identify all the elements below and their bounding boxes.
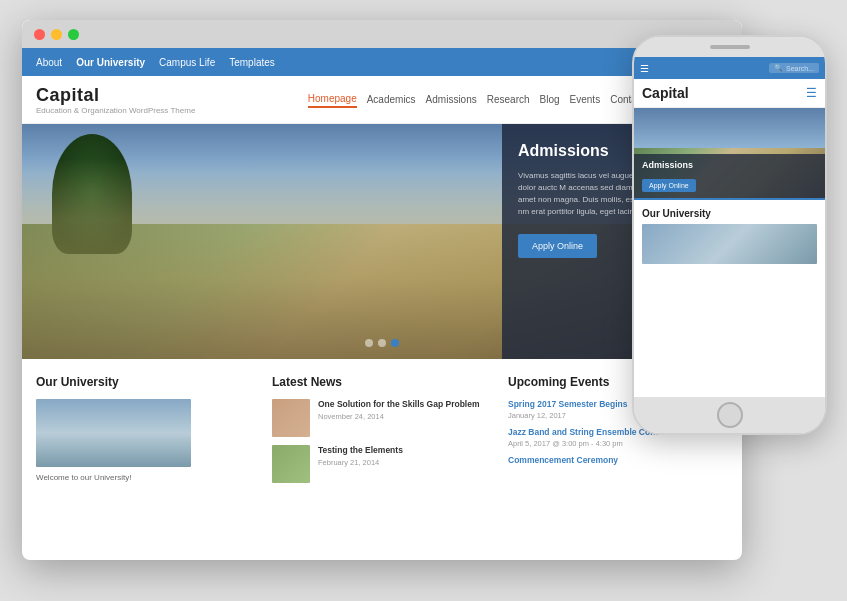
latest-news-title: Latest News — [272, 375, 492, 389]
phone-speaker — [710, 45, 750, 49]
our-university-title: Our University — [36, 375, 256, 389]
phone-screen: ☰ 🔍 Search... Capital ☰ Admissions Apply… — [634, 57, 825, 397]
phone-hero: Admissions Apply Online — [634, 108, 825, 198]
phone-home-button[interactable] — [717, 402, 743, 428]
phone-admissions-overlay: Admissions Apply Online — [634, 154, 825, 198]
news-title-1[interactable]: One Solution for the Skills Gap Problem — [318, 399, 480, 410]
news-item-1: One Solution for the Skills Gap Problem … — [272, 399, 492, 437]
phone-search-icon: 🔍 — [774, 64, 783, 72]
news-thumb-1 — [272, 399, 310, 437]
browser-dot-yellow[interactable] — [51, 29, 62, 40]
phone-admissions-title: Admissions — [642, 160, 817, 170]
slider-dot-2[interactable] — [378, 339, 386, 347]
phone-site-title: Capital — [642, 85, 689, 101]
site-logo-title: Capital — [36, 85, 195, 106]
phone-search-bar[interactable]: 🔍 Search... — [769, 63, 819, 73]
mobile-device: ☰ 🔍 Search... Capital ☰ Admissions Apply… — [632, 35, 827, 435]
phone-site-header: Capital ☰ — [634, 79, 825, 108]
university-image — [36, 399, 191, 467]
phone-hamburger-icon[interactable]: ☰ — [806, 86, 817, 100]
university-image-inner — [36, 399, 191, 467]
news-date-1: November 24, 2014 — [318, 412, 480, 421]
phone-our-university-title: Our University — [642, 208, 817, 219]
nav-item-research[interactable]: Research — [487, 92, 530, 107]
slider-dot-1[interactable] — [365, 339, 373, 347]
news-date-2: February 21, 2014 — [318, 458, 403, 467]
our-university-section: Our University Welcome to our University… — [36, 375, 256, 503]
topbar-link-about[interactable]: About — [36, 57, 62, 68]
phone-topbar: ☰ 🔍 Search... — [634, 57, 825, 79]
university-welcome-text: Welcome to our University! — [36, 473, 256, 482]
phone-top — [634, 37, 825, 57]
topbar-link-our-university[interactable]: Our University — [76, 57, 145, 68]
phone-menu-icon[interactable]: ☰ — [640, 63, 649, 74]
browser-dot-green[interactable] — [68, 29, 79, 40]
phone-our-university-section: Our University — [634, 198, 825, 268]
apply-online-button[interactable]: Apply Online — [518, 234, 597, 258]
nav-item-academics[interactable]: Academics — [367, 92, 416, 107]
news-info-2: Testing the Elements February 21, 2014 — [318, 445, 403, 467]
latest-news-section: Latest News One Solution for the Skills … — [272, 375, 492, 503]
phone-university-image — [642, 224, 817, 264]
slider-dot-3[interactable] — [391, 339, 399, 347]
topbar-link-templates[interactable]: Templates — [229, 57, 275, 68]
topbar-link-campus-life[interactable]: Campus Life — [159, 57, 215, 68]
phone-apply-button[interactable]: Apply Online — [642, 179, 696, 192]
nav-item-homepage[interactable]: Homepage — [308, 91, 357, 108]
event-title-3[interactable]: Commencement Ceremony — [508, 455, 728, 465]
news-thumb-2 — [272, 445, 310, 483]
browser-dot-red[interactable] — [34, 29, 45, 40]
nav-item-blog[interactable]: Blog — [540, 92, 560, 107]
site-logo-area: Capital Education & Organization WordPre… — [36, 85, 195, 115]
news-info-1: One Solution for the Skills Gap Problem … — [318, 399, 480, 421]
nav-item-events[interactable]: Events — [570, 92, 601, 107]
topbar-links: About Our University Campus Life Templat… — [36, 57, 275, 68]
phone-search-placeholder: Search... — [786, 65, 814, 72]
news-title-2[interactable]: Testing the Elements — [318, 445, 403, 456]
phone-bottom — [634, 397, 825, 433]
slider-dots — [365, 339, 399, 347]
site-logo-subtitle: Education & Organization WordPress Theme — [36, 106, 195, 115]
news-item-2: Testing the Elements February 21, 2014 — [272, 445, 492, 483]
nav-item-admissions[interactable]: Admissions — [426, 92, 477, 107]
phone-hero-sky — [634, 108, 825, 148]
browser-titlebar — [22, 20, 742, 48]
outer-wrapper: About Our University Campus Life Templat… — [0, 0, 847, 601]
event-date-2: April 5, 2017 @ 3:00 pm - 4:30 pm — [508, 439, 728, 448]
